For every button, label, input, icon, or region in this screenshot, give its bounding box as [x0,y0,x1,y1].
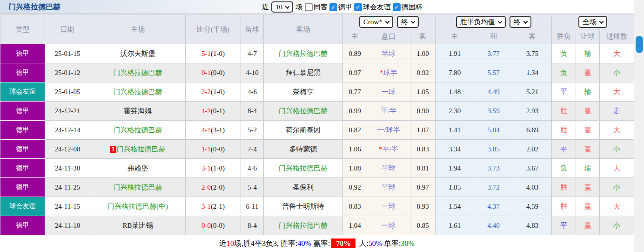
away-team: 圣保利 [264,178,343,197]
filter-checkbox-group: ✓同客✓德甲✓球会友谊✓德国杯 [305,3,423,12]
away-odds: 1.07 [410,121,436,140]
home-odds: 1.06 [343,140,367,159]
away-odds: 0.97 [410,178,436,197]
avg-draw: 3.85 [474,140,513,159]
score-cell: 3-1(1-0) [186,159,241,178]
result-group-header: 全场 [552,15,634,29]
corners-cell: 8-4 [241,102,264,121]
score-cell: 1-2(0-1) [186,102,241,121]
subcol-outcome: 胜负 [552,29,576,44]
filter-checkbox[interactable]: ✓ [354,3,362,11]
match-row: 德甲25-01-15沃尔夫斯堡5-1(1-0)4-7门兴格拉德巴赫0.89半球1… [0,44,634,63]
corners-cell: 4-10 [241,63,264,82]
corners-cell: 4-7 [241,44,264,63]
match-row: 球会友谊25-01-05门兴格拉德巴赫2-2(1-0)4-6奈梅亨0.77一球1… [0,82,634,102]
score-cell: 2-0(2-0) [186,178,241,197]
summary-segment: 10 [227,239,234,247]
outcome-cell: 胜 [552,121,576,140]
handicap-cell: *平/半 [367,140,410,159]
match-row: 德甲24-12-21霍芬海姆1-2(0-1)8-4门兴格拉德巴赫0.99平/半0… [0,102,634,121]
avg-away: 3.67 [513,159,552,178]
avg-away: 6.69 [513,121,552,140]
home-odds: 0.89 [343,44,367,63]
subcol-avg-home: 主 [436,29,474,44]
handicap-result-cell: 赢 [576,140,600,159]
score-cell: 3-1(2-1) [186,197,241,216]
filter-label: 球会友谊 [363,3,391,12]
avg-time-select[interactable]: 终 [510,16,531,28]
match-date: 25-01-05 [45,82,90,102]
handicap-cell: 半球 [367,178,410,197]
home-odds: 0.77 [343,82,367,102]
odds-source-select[interactable]: Crow* [359,16,393,28]
score-cell: 2-2(1-0) [186,82,241,102]
odds-time-select[interactable]: 终 [397,16,419,28]
scope-select[interactable]: 全场 [578,16,607,28]
scrollbar-thumb[interactable] [636,36,643,53]
subcol-handicap: 盘口 [367,29,410,44]
avg-home: 1.41 [436,121,474,140]
avg-away: 2.93 [513,102,552,121]
summary-segment: 大: [357,239,368,247]
match-row: 球会友谊24-11-15门兴格拉德巴赫(中)3-1(2-1)6-11普鲁士明斯特… [0,197,634,216]
summary-segment: 70% [331,238,356,248]
score-cell: 5-1(1-0) [186,44,241,63]
col-header-home: 主场 [90,15,186,44]
filter-checkbox[interactable]: ✓ [393,3,401,11]
away-odds: 1.00 [410,44,436,63]
col-header-corners: 角球 [241,15,264,44]
handicap-cell: 平/半 [367,102,410,121]
league-badge: 球会友谊 [0,197,45,216]
avg-away: 5.21 [513,82,552,102]
filter-checkbox[interactable]: ✓ [329,3,337,11]
filter-checkbox[interactable]: ✓ [305,3,313,11]
avg-draw: 3.73 [474,159,513,178]
league-badge: 德甲 [0,44,45,63]
outcome-cell: 胜 [552,178,576,197]
handicap-cell: 一/球半 [367,121,410,140]
away-odds: 0.92 [410,63,436,82]
goals-result-cell: 大 [600,121,634,140]
home-team: 门兴格拉德巴赫 [90,82,186,102]
outcome-cell: 负 [552,44,576,63]
handicap-result-cell: 输 [576,44,600,63]
match-row: 德甲25-01-12门兴格拉德巴赫0-1(0-0)4-10拜仁慕尼黑0.97*球… [0,63,634,82]
avg-away: 2.02 [513,140,552,159]
subcol-odds-home: 主 [343,29,367,44]
chevron-down-icon [385,19,389,24]
avg-draw: 4.40 [474,216,513,235]
home-team: 门兴格拉德巴赫 [90,121,186,140]
avg-home: 1.85 [436,178,474,197]
corners-cell: 5-2 [241,121,264,140]
avg-draw: 5.57 [474,63,513,82]
avg-type-select[interactable]: 胜平负均值 [456,16,506,28]
top-bar: 门兴格拉德巴赫 近 10 场 ✓同客✓德甲✓球会友谊✓德国杯 [0,0,634,14]
league-badge: 德甲 [0,178,45,197]
avg-draw: 4.37 [474,197,513,216]
filter-label: 同客 [314,3,328,12]
away-odds: 0.85 [410,216,436,235]
handicap-result-cell: 赢 [576,197,600,216]
score-cell: 1-1(0-0) [186,140,241,159]
match-row: 德甲24-12-081门兴格拉德巴赫1-1(0-0)7-4多特蒙德1.06*平/… [0,140,634,159]
match-date: 24-12-08 [45,140,90,159]
match-date: 24-11-30 [45,159,90,178]
away-odds: 0.93 [410,197,436,216]
subcol-goals: 进球数 [600,29,634,44]
home-odds: 0.82 [343,121,367,140]
chevron-down-icon [599,19,604,24]
match-count-select[interactable]: 10 [271,1,293,13]
avg-group-header: 胜平负均值终 [436,15,552,29]
filter-controls: 近 10 场 ✓同客✓德甲✓球会友谊✓德国杯 [262,0,423,14]
corners-cell: 7-4 [241,140,264,159]
summary-segment: 场,胜4平3负3, 胜率: [234,239,297,247]
home-team: 沃尔夫斯堡 [90,44,186,63]
match-row: 德甲24-11-25门兴格拉德巴赫2-0(2-0)5-4圣保利0.92半球0.9… [0,178,634,197]
home-odds: 0.92 [343,178,367,197]
avg-draw: 4.49 [474,82,513,102]
league-badge: 德甲 [0,140,45,159]
chevron-down-icon [410,19,415,24]
odds-group-header: Crow*终 [343,15,436,29]
match-date: 24-11-25 [45,178,90,197]
vertical-scrollbar[interactable] [634,0,644,252]
